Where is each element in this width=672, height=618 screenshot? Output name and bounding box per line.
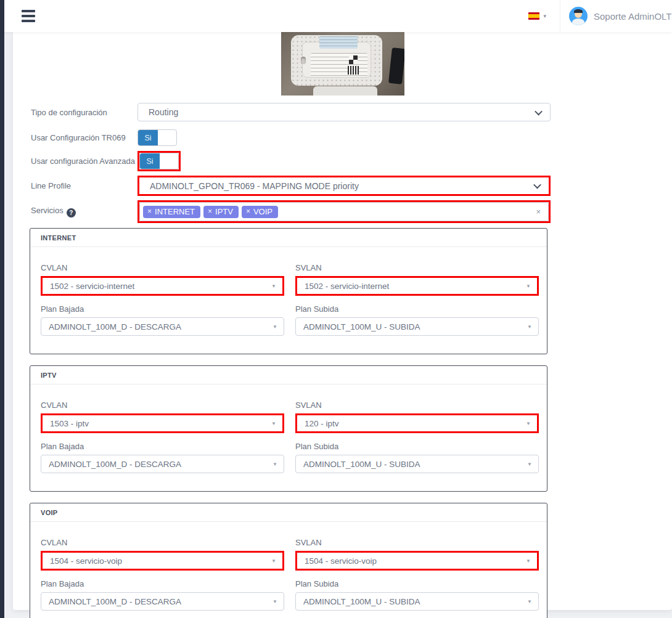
plan-bajada-field: Plan Bajada ADMINOLT_100M_D - DESCARGA ▼ [41, 579, 284, 611]
config-form: Tipo de configuración Routing Usar Confi… [13, 96, 672, 223]
line-profile-highlight: ADMINOLT_GPON_TR069 - MAPPING MODE prior… [137, 176, 551, 196]
tr069-toggle-value: Si [138, 130, 158, 145]
avatar [569, 7, 588, 25]
caret-down-icon: ▼ [526, 283, 531, 289]
cvlan-field: CVLAN 1502 - servicio-internet ▼ [41, 263, 284, 296]
plan-subida-select[interactable]: ADMINOLT_100M_U - SUBIDA ▼ [295, 592, 539, 611]
svlan-highlight: 1502 - servicio-internet ▼ [295, 276, 539, 296]
services-multiselect[interactable]: ×INTERNET ×IPTV ×VOIP × [139, 202, 549, 221]
config-type-row: Tipo de configuración Routing [31, 103, 551, 121]
cvlan-field: CVLAN 1504 - servicio-voip ▼ [41, 538, 284, 571]
panel-title: IPTV [41, 372, 57, 379]
line-profile-select[interactable]: ADMINOLT_GPON_TR069 - MAPPING MODE prior… [139, 177, 549, 194]
caret-down-icon: ▼ [526, 421, 531, 426]
caret-down-icon: ▼ [272, 324, 277, 330]
plan-subida-select[interactable]: ADMINOLT_100M_U - SUBIDA ▼ [295, 455, 539, 473]
plan-subida-field: Plan Subida ADMINOLT_100M_U - SUBIDA ▼ [295, 579, 539, 611]
service-tag: ×INTERNET [143, 206, 200, 218]
top-navbar: ▾ Soporte AdminOLT [4, 0, 672, 32]
menu-icon[interactable] [22, 10, 36, 22]
plan-bajada-label: Plan Bajada [41, 442, 284, 451]
plan-subida-field: Plan Subida ADMINOLT_100M_U - SUBIDA ▼ [295, 304, 539, 336]
advanced-toggle[interactable]: Si [139, 153, 179, 169]
cvlan-label: CVLAN [41, 538, 284, 547]
panel-internet: INTERNET CVLAN 1502 - servicio-internet … [30, 228, 547, 354]
plan-subida-field: Plan Subida ADMINOLT_100M_U - SUBIDA ▼ [295, 442, 539, 473]
svlan-select[interactable]: 1504 - servicio-voip ▼ [297, 553, 537, 569]
clear-selection-icon[interactable]: × [536, 207, 541, 216]
panel-body: CVLAN 1503 - iptv ▼ SVLAN 120 - iptv ▼ [30, 384, 547, 491]
caret-down-icon: ▼ [272, 599, 277, 604]
panel-header: INTERNET [30, 229, 547, 247]
caret-down-icon: ▼ [526, 558, 531, 564]
plan-subida-label: Plan Subida [295, 442, 539, 451]
panel-title: VOIP [41, 509, 58, 516]
panel-iptv: IPTV CVLAN 1503 - iptv ▼ SVLAN [30, 365, 547, 492]
panel-header: IPTV [30, 366, 547, 384]
cvlan-select[interactable]: 1503 - iptv ▼ [43, 415, 282, 431]
svlan-highlight: 120 - iptv ▼ [295, 413, 539, 433]
plan-bajada-field: Plan Bajada ADMINOLT_100M_D - DESCARGA ▼ [41, 304, 284, 336]
language-selector[interactable]: ▾ [528, 12, 546, 20]
collapsed-sidebar [0, 0, 4, 618]
svlan-field: SVLAN 1502 - servicio-internet ▼ [295, 263, 539, 296]
plan-bajada-select[interactable]: ADMINOLT_100M_D - DESCARGA ▼ [41, 317, 284, 336]
svlan-field: SVLAN 120 - iptv ▼ [295, 400, 539, 433]
chevron-down-icon [533, 181, 541, 189]
cvlan-highlight: 1502 - servicio-internet ▼ [41, 276, 284, 296]
plan-subida-label: Plan Subida [295, 304, 539, 314]
caret-down-icon: ▼ [527, 324, 532, 330]
cvlan-label: CVLAN [41, 263, 284, 272]
cvlan-select[interactable]: 1502 - servicio-internet ▼ [43, 278, 282, 294]
panel-body: CVLAN 1502 - servicio-internet ▼ SVLAN 1… [30, 247, 547, 354]
advanced-row: Usar configuración Avanzada Si [31, 151, 551, 171]
config-type-label: Tipo de configuración [31, 108, 137, 117]
plan-bajada-select[interactable]: ADMINOLT_100M_D - DESCARGA ▼ [41, 455, 284, 473]
remove-tag-icon[interactable]: × [147, 207, 152, 216]
advanced-highlight: Si [137, 151, 181, 171]
chevron-down-icon [535, 107, 543, 115]
user-menu[interactable]: Soporte AdminOLT [560, 0, 672, 32]
svlan-field: SVLAN 1504 - servicio-voip ▼ [295, 538, 539, 571]
plan-subida-label: Plan Subida [295, 579, 539, 588]
advanced-label: Usar configuración Avanzada [31, 157, 137, 166]
plan-bajada-label: Plan Bajada [41, 304, 284, 314]
caret-down-icon: ▼ [272, 461, 277, 467]
plan-bajada-field: Plan Bajada ADMINOLT_100M_D - DESCARGA ▼ [41, 442, 284, 473]
cvlan-field: CVLAN 1503 - iptv ▼ [41, 400, 284, 433]
service-tag: ×VOIP [242, 206, 278, 218]
content-card: Tipo de configuración Routing Usar Confi… [13, 32, 672, 610]
config-type-select[interactable]: Routing [137, 103, 551, 121]
help-icon[interactable]: ? [67, 208, 76, 218]
tr069-label: Usar Configuración TR069 [31, 133, 137, 142]
plan-subida-select[interactable]: ADMINOLT_100M_U - SUBIDA ▼ [295, 317, 539, 336]
caret-down-icon: ▼ [527, 599, 532, 604]
tr069-toggle[interactable]: Si [137, 129, 177, 146]
svlan-label: SVLAN [295, 538, 539, 547]
svlan-label: SVLAN [295, 400, 539, 410]
services-row: Servicios? ×INTERNET ×IPTV ×VOIP × [31, 200, 551, 223]
svlan-highlight: 1504 - servicio-voip ▼ [295, 551, 539, 571]
caret-down-icon: ▼ [271, 421, 276, 426]
service-tag: ×IPTV [203, 206, 239, 218]
caret-down-icon: ▼ [271, 558, 276, 564]
svlan-label: SVLAN [295, 263, 539, 272]
panel-body: CVLAN 1504 - servicio-voip ▼ SVLAN 1504 … [30, 522, 547, 618]
cvlan-highlight: 1504 - servicio-voip ▼ [41, 551, 284, 571]
cvlan-select[interactable]: 1504 - servicio-voip ▼ [43, 553, 282, 569]
svlan-select[interactable]: 1502 - servicio-internet ▼ [297, 278, 537, 294]
tr069-row: Usar Configuración TR069 Si [31, 129, 551, 146]
line-profile-row: Line Profile ADMINOLT_GPON_TR069 - MAPPI… [31, 176, 551, 196]
service-panels: INTERNET CVLAN 1502 - servicio-internet … [30, 228, 547, 618]
svlan-select[interactable]: 120 - iptv ▼ [297, 415, 537, 431]
remove-tag-icon[interactable]: × [208, 207, 212, 216]
config-type-value: Routing [149, 107, 536, 117]
plan-bajada-select[interactable]: ADMINOLT_100M_D - DESCARGA ▼ [41, 592, 284, 611]
spain-flag-icon [528, 12, 539, 20]
remove-tag-icon[interactable]: × [246, 207, 250, 216]
services-highlight: ×INTERNET ×IPTV ×VOIP × [137, 200, 551, 223]
advanced-toggle-value: Si [140, 153, 160, 169]
chevron-down-icon: ▾ [543, 13, 546, 19]
user-name: Soporte AdminOLT [594, 11, 671, 22]
panel-header: VOIP [30, 503, 547, 522]
